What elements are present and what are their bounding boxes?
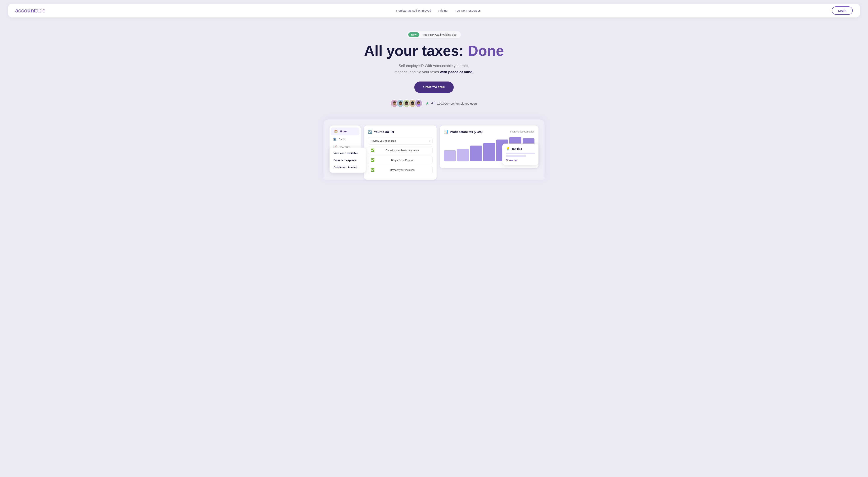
logo-text: account xyxy=(15,7,35,14)
todo-item-label: Review you expenses xyxy=(371,139,396,142)
bar-col xyxy=(483,137,495,161)
rating-text: 100.000+ self-employed users xyxy=(437,102,477,105)
sidebar-label-bank: Bank xyxy=(339,138,345,141)
bar-col xyxy=(470,137,482,161)
todo-icon: ☑️ xyxy=(368,130,372,134)
bar-col xyxy=(444,137,456,161)
bar xyxy=(470,145,482,161)
quick-action-invoice[interactable]: Create new invoice xyxy=(330,164,366,171)
tax-tips-show[interactable]: Show me xyxy=(506,159,535,162)
logo: accountable xyxy=(15,7,45,14)
check-icon: ✅ xyxy=(371,158,374,162)
sidebar-item-home[interactable]: 🏠 Home xyxy=(331,128,360,135)
todo-item-peppol[interactable]: ✅ Register on Peppol xyxy=(368,156,433,164)
hero-subtitle: Self-employed? With Accountable you trac… xyxy=(4,63,864,75)
todo-title: Your to-do list xyxy=(374,130,394,134)
rating-wrap: ★ 4.8 100.000+ self-employed users xyxy=(425,101,477,106)
avatar: 👩🏽‍🦱 xyxy=(414,99,423,107)
subtitle-line1: Self-employed? With Accountable you trac… xyxy=(399,64,469,68)
todo-card: ☑️ Your to-do list Review you expenses ›… xyxy=(364,126,437,180)
bank-icon: 🏦 xyxy=(333,137,337,141)
navbar: accountable Register as self-employed Pr… xyxy=(8,4,860,18)
chart-header: 📊 Profit before tax (2024) Improve tax e… xyxy=(444,130,534,134)
resources-link[interactable]: Fee Tax Resources xyxy=(455,9,480,12)
nav-links: Register as self-employed Pricing Fee Ta… xyxy=(396,9,480,12)
subtitle-bold: with peace of mind xyxy=(440,70,472,74)
arrow-icon: › xyxy=(429,139,430,142)
check-icon: ✅ xyxy=(371,148,374,152)
rating-number: 4.8 xyxy=(431,102,435,105)
todo-header: ☑️ Your to-do list xyxy=(368,130,433,134)
subtitle-end: . xyxy=(472,70,473,74)
tax-tips-popup: 💡 Tax tips Show me xyxy=(502,143,538,165)
chart-link[interactable]: Improve tax estimation xyxy=(510,130,534,133)
subtitle-line2: manage, and file your taxes xyxy=(395,70,440,74)
badge-text: Free PEPPOL invoicing plan xyxy=(422,33,457,36)
bar-col xyxy=(457,137,469,161)
tax-tips-title: Tax tips xyxy=(512,147,522,150)
hero-title: All your taxes: Done xyxy=(4,43,864,59)
bulb-icon: 💡 xyxy=(506,147,510,150)
hero-title-part1: All your taxes: xyxy=(364,43,468,59)
quick-action-expense[interactable]: Scan new expense xyxy=(330,157,366,164)
dashboard-preview: 🏠 Home 🏦 Bank 📈 Revenues 📄 Expenses ⚖️ T… xyxy=(323,120,545,180)
home-icon: 🏠 xyxy=(334,130,338,133)
sidebar-item-bank[interactable]: 🏦 Bank xyxy=(330,135,361,143)
chart-title: Profit before tax (2024) xyxy=(450,130,483,134)
avatar-group: 👩🏽 👨🏾 👩🏿 👨🏿 👩🏽‍🦱 xyxy=(391,99,423,107)
todo-item-label: Register on Peppol xyxy=(391,159,413,162)
tax-tips-line-2 xyxy=(506,156,526,157)
hero-section: New Free PEPPOL invoicing plan All your … xyxy=(0,21,868,115)
social-proof: 👩🏽 👨🏾 👩🏿 👨🏿 👩🏽‍🦱 ★ 4.8 100.000+ self-emp… xyxy=(4,99,864,107)
login-button[interactable]: Login xyxy=(832,6,853,15)
tax-tips-line-1 xyxy=(506,152,535,154)
logo-accent: able xyxy=(35,7,45,14)
sidebar-label-home: Home xyxy=(340,130,347,133)
todo-item-classify[interactable]: ✅ Classify your bank payments xyxy=(368,146,433,155)
badge-wrap: New Free PEPPOL invoicing plan xyxy=(407,31,461,38)
preview-section: 🏠 Home 🏦 Bank 📈 Revenues 📄 Expenses ⚖️ T… xyxy=(0,115,868,180)
bar xyxy=(483,143,495,161)
check-icon: ✅ xyxy=(371,168,374,172)
hero-title-done: Done xyxy=(468,43,504,59)
quick-action-cash[interactable]: View cash available xyxy=(330,149,366,157)
chart-title-wrap: 📊 Profit before tax (2024) xyxy=(444,130,483,134)
todo-item-review-expenses[interactable]: Review you expenses › xyxy=(368,137,433,144)
quick-actions-popup: View cash available Scan new expense Cre… xyxy=(330,147,366,173)
tax-tips-header: 💡 Tax tips xyxy=(506,147,535,150)
bar xyxy=(444,150,456,161)
todo-item-label: Review your invoices xyxy=(390,168,414,171)
chart-icon: 📊 xyxy=(444,130,448,134)
register-link[interactable]: Register as self-employed xyxy=(396,9,431,12)
todo-item-label: Classify your bank payments xyxy=(385,149,419,152)
bar xyxy=(457,149,469,161)
todo-item-invoices[interactable]: ✅ Review your invoices xyxy=(368,166,433,174)
star-icon: ★ xyxy=(425,101,429,106)
pricing-link[interactable]: Pricing xyxy=(438,9,448,12)
new-badge: New xyxy=(408,32,419,37)
cta-button[interactable]: Start for free xyxy=(414,81,454,93)
